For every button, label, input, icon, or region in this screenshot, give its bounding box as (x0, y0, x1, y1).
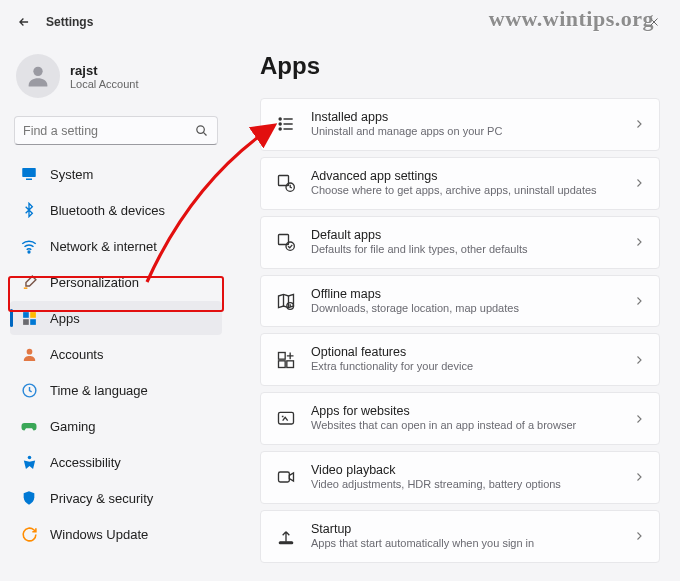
card-subtitle: Uninstall and manage apps on your PC (311, 124, 502, 139)
page-title: Apps (260, 52, 660, 80)
link-app-icon (275, 408, 297, 430)
chevron-right-icon (633, 530, 645, 542)
svg-point-13 (279, 123, 281, 125)
card-title: Advanced app settings (311, 169, 597, 183)
svg-rect-24 (279, 472, 290, 482)
svg-rect-7 (23, 319, 29, 325)
sidebar-item-gaming[interactable]: Gaming (10, 409, 222, 443)
titlebar: Settings (0, 0, 680, 40)
sidebar-item-personalization[interactable]: Personalization (10, 265, 222, 299)
card-default-apps[interactable]: Default apps Defaults for file and link … (260, 216, 660, 269)
user-type: Local Account (70, 78, 139, 90)
sidebar-item-accounts[interactable]: Accounts (10, 337, 222, 371)
svg-point-1 (197, 126, 205, 134)
installed-apps-icon (275, 113, 297, 135)
card-video-playback[interactable]: Video playback Video adjustments, HDR st… (260, 451, 660, 504)
sidebar-item-privacy[interactable]: Privacy & security (10, 481, 222, 515)
sidebar-item-label: Accounts (50, 347, 103, 362)
sidebar-item-label: Network & internet (50, 239, 157, 254)
sidebar-item-label: Personalization (50, 275, 139, 290)
search-input[interactable] (23, 124, 194, 138)
card-subtitle: Video adjustments, HDR streaming, batter… (311, 477, 561, 492)
svg-rect-25 (279, 542, 292, 544)
sidebar-item-network[interactable]: Network & internet (10, 229, 222, 263)
accounts-icon (20, 345, 38, 363)
search-icon (194, 123, 209, 138)
card-startup[interactable]: Startup Apps that start automatically wh… (260, 510, 660, 563)
svg-rect-2 (22, 168, 36, 177)
svg-rect-22 (287, 361, 294, 368)
chevron-right-icon (633, 118, 645, 130)
sidebar: rajst Local Account System Bluetooth & d… (0, 40, 232, 581)
back-button[interactable] (14, 12, 34, 32)
wifi-icon (20, 237, 38, 255)
startup-icon (275, 525, 297, 547)
card-advanced-app-settings[interactable]: Advanced app settings Choose where to ge… (260, 157, 660, 210)
card-subtitle: Defaults for file and link types, other … (311, 242, 527, 257)
user-account[interactable]: rajst Local Account (10, 48, 222, 112)
sidebar-item-label: Time & language (50, 383, 148, 398)
default-apps-icon (275, 231, 297, 253)
user-name: rajst (70, 63, 139, 78)
search-box[interactable] (14, 116, 218, 145)
sidebar-item-label: Gaming (50, 419, 96, 434)
paint-icon (20, 273, 38, 291)
sidebar-item-apps[interactable]: Apps (10, 301, 222, 335)
svg-rect-21 (279, 361, 286, 368)
sidebar-item-windows-update[interactable]: Windows Update (10, 517, 222, 551)
chevron-right-icon (633, 236, 645, 248)
card-title: Startup (311, 522, 534, 536)
sidebar-item-label: Windows Update (50, 527, 148, 542)
plus-grid-icon (275, 349, 297, 371)
sidebar-item-bluetooth[interactable]: Bluetooth & devices (10, 193, 222, 227)
accessibility-icon (20, 453, 38, 471)
sidebar-item-system[interactable]: System (10, 157, 222, 191)
card-subtitle: Extra functionality for your device (311, 359, 473, 374)
video-icon (275, 466, 297, 488)
sidebar-item-label: Apps (50, 311, 80, 326)
svg-point-18 (286, 242, 294, 250)
system-icon (20, 165, 38, 183)
sidebar-item-accessibility[interactable]: Accessibility (10, 445, 222, 479)
clock-icon (20, 381, 38, 399)
sidebar-item-time-language[interactable]: Time & language (10, 373, 222, 407)
card-installed-apps[interactable]: Installed apps Uninstall and manage apps… (260, 98, 660, 151)
card-optional-features[interactable]: Optional features Extra functionality fo… (260, 333, 660, 386)
card-offline-maps[interactable]: Offline maps Downloads, storage location… (260, 275, 660, 328)
svg-point-11 (27, 455, 31, 459)
bluetooth-icon (20, 201, 38, 219)
card-title: Apps for websites (311, 404, 576, 418)
sidebar-item-label: System (50, 167, 93, 182)
close-button[interactable] (642, 10, 666, 34)
avatar (16, 54, 60, 98)
apps-icon (20, 309, 38, 327)
chevron-right-icon (633, 471, 645, 483)
card-title: Optional features (311, 345, 473, 359)
svg-rect-3 (26, 179, 32, 181)
svg-point-12 (279, 118, 281, 120)
advanced-settings-icon (275, 172, 297, 194)
svg-rect-5 (23, 312, 29, 318)
svg-point-9 (26, 348, 32, 354)
card-apps-for-websites[interactable]: Apps for websites Websites that can open… (260, 392, 660, 445)
update-icon (20, 525, 38, 543)
svg-point-4 (28, 251, 30, 253)
chevron-right-icon (633, 177, 645, 189)
nav-list: System Bluetooth & devices Network & int… (10, 157, 222, 551)
card-list: Installed apps Uninstall and manage apps… (260, 98, 660, 563)
svg-rect-20 (279, 352, 286, 359)
card-subtitle: Choose where to get apps, archive apps, … (311, 183, 597, 198)
card-title: Video playback (311, 463, 561, 477)
card-title: Default apps (311, 228, 527, 242)
sidebar-item-label: Privacy & security (50, 491, 153, 506)
card-title: Offline maps (311, 287, 519, 301)
content: Apps Installed apps Uninstall and manage… (232, 40, 680, 581)
map-icon (275, 290, 297, 312)
chevron-right-icon (633, 295, 645, 307)
window-title: Settings (46, 15, 93, 29)
shield-icon (20, 489, 38, 507)
svg-point-0 (33, 67, 42, 76)
chevron-right-icon (633, 354, 645, 366)
sidebar-item-label: Accessibility (50, 455, 121, 470)
card-subtitle: Apps that start automatically when you s… (311, 536, 534, 551)
